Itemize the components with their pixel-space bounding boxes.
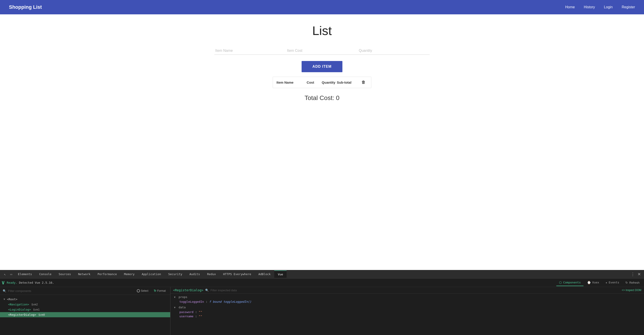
col-cost: Cost [307,80,322,84]
total-label: Total Cost: [304,94,336,101]
nav-register[interactable]: Register [622,5,635,9]
items-table: Item Name Cost Quantity Sub-total 🗑 [273,77,371,88]
col-item-name: Item Name [276,80,307,84]
col-subtotal: Sub-total [337,80,360,84]
table-header-row: Item Name Cost Quantity Sub-total 🗑 [273,77,371,88]
delete-col-header: 🗑 [360,80,368,85]
brand-title: Shopping List [9,4,565,10]
page-title: List [312,23,332,38]
app-navbar: Shopping List Home History Login Registe… [0,0,644,14]
item-name-input[interactable] [214,47,286,55]
trash-icon: 🗑 [362,80,366,85]
nav-login[interactable]: Login [604,5,612,9]
col-quantity: Quantity [322,80,337,84]
item-form-row [214,47,430,55]
nav-history[interactable]: History [584,5,595,9]
add-item-button[interactable]: ADD ITEM [302,61,342,72]
item-cost-input[interactable] [286,47,358,55]
total-cost-display: Total Cost: 0 [304,94,340,102]
quantity-input[interactable] [358,47,430,55]
main-content: List ADD ITEM Item Name Cost Quantity Su… [0,14,644,106]
nav-links: Home History Login Register [565,5,635,9]
total-value: 0 [336,94,340,101]
nav-home[interactable]: Home [565,5,575,9]
